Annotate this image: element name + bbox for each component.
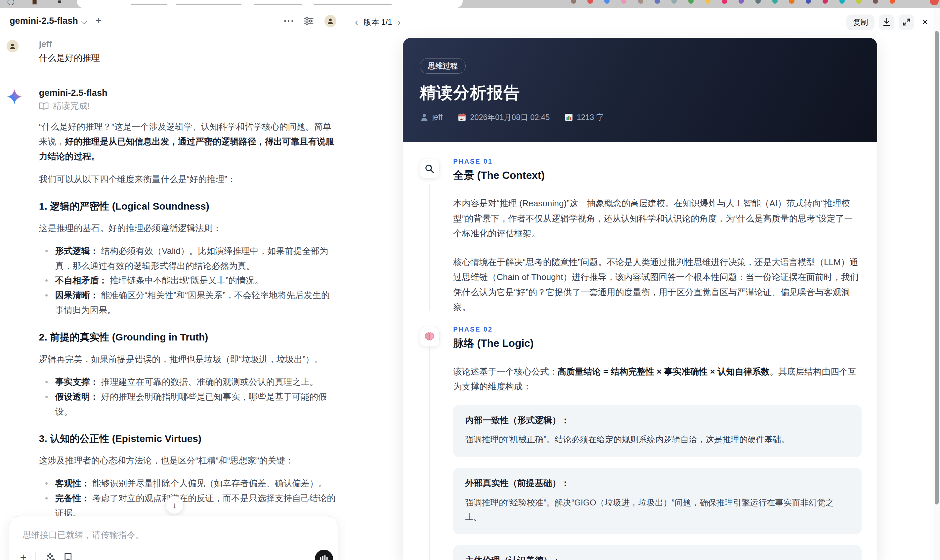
extension-icon xyxy=(705,0,710,4)
text-run: 1. 逻辑的严密性 (Logical Soundness) xyxy=(39,201,210,212)
text-run: 考虑了对立的观点和潜在的反证，而不是只选择支持自己结论的证据。 xyxy=(55,493,336,518)
scroll-to-bottom-button[interactable]: ↓ xyxy=(165,496,183,514)
bar-chart-icon xyxy=(565,114,573,121)
text-run: 本内容是对“推理 (Reasoning)”这一抽象概念的高层建模。在知识爆炸与人… xyxy=(453,198,853,238)
text-run: 我们可以从以下四个维度来衡量什么是“好的推理”： xyxy=(39,174,236,184)
phase-body: 该论述基于一个核心公式：高质量结论 = 结构完整性 × 事实准确性 × 认知自律… xyxy=(453,364,861,560)
report-badge: 思维过程 xyxy=(420,58,466,74)
text-run: 事实支撑： xyxy=(55,377,99,387)
close-button[interactable]: × xyxy=(918,15,932,29)
text-run: 高质量结论 = 结构完整性 × 事实准确性 × 认知自律系数 xyxy=(557,367,769,377)
bullet-item: 假设透明： 好的推理会明确指明哪些是已知事实，哪些是基于可能的假设。 xyxy=(39,389,336,419)
artifact-panel: ‹ 版本 1/1 › 复制 × xyxy=(345,8,940,560)
text-run: 核心情境在于解决“思考的随意性”问题。不论是人类通过批判性思维进行决策，还是大语… xyxy=(453,257,858,312)
calendar-icon: 17 xyxy=(458,113,466,122)
text-run: 推理链条中不能出现“既是又非”的情况。 xyxy=(107,275,263,285)
assistant-status: 精读完成! xyxy=(39,100,336,112)
dimension-card-body: 强调推理的“机械正确”。结论必须在给定的规则系统内逻辑自洽，这是推理的硬件基础。 xyxy=(465,432,850,447)
phase-label: PHASE 01 xyxy=(453,158,861,165)
extension-icon xyxy=(755,0,761,4)
text-run: 这是推理的基石。好的推理必须遵循逻辑法则： xyxy=(39,223,222,233)
extension-icon xyxy=(688,0,693,4)
address-bar[interactable] xyxy=(77,0,463,8)
user-avatar xyxy=(7,40,18,52)
chevron-down-icon[interactable] xyxy=(82,17,87,23)
text-run: 推理建立在可靠的数据、准确的观测或公认的真理之上。 xyxy=(99,377,318,387)
phase-paragraph: 本内容是对“推理 (Reasoning)”这一抽象概念的高层建模。在知识爆炸与人… xyxy=(453,196,861,241)
extension-icon xyxy=(890,0,895,4)
phase-label: PHASE 02 xyxy=(453,326,861,333)
person-icon xyxy=(421,113,428,122)
bullet-item: 因果清晰： 能准确区分“相关性”和“因果关系”，不会轻率地将先后发生的事情归为因… xyxy=(39,288,336,318)
section-heading: 1. 逻辑的严密性 (Logical Soundness) xyxy=(39,199,336,213)
voice-input-button[interactable] xyxy=(315,550,333,560)
ellipsis-icon[interactable] xyxy=(284,20,293,22)
text-run: 好的推理是从已知信息出发，通过严密的逻辑路径，得出可靠且有说服力结论的过程。 xyxy=(39,137,334,162)
arrow-down-icon: ↓ xyxy=(172,500,177,510)
dimension-card: 外部真实性（前提基础）：强调推理的“经验校准”。解决“GIGO（垃圾进，垃圾出）… xyxy=(453,468,861,534)
phase-paragraph: 核心情境在于解决“思考的随意性”问题。不论是人类通过批判性思维进行决策，还是大语… xyxy=(453,255,861,315)
text-run: 该论述基于一个核心公式： xyxy=(453,367,557,377)
app-window: ◯ ▣ ≡ gemini-2.5-flash xyxy=(0,0,940,560)
user-message: jeff 什么是好的推理 xyxy=(7,39,336,64)
phase-body: 本内容是对“推理 (Reasoning)”这一抽象概念的高层建模。在知识爆炸与人… xyxy=(453,196,861,315)
user-avatar[interactable] xyxy=(324,15,336,27)
bullet-item: 形式逻辑： 结构必须有效（Valid）。比如演绎推理中，如果前提全部为真，那么通… xyxy=(39,244,336,273)
chat-header: gemini-2.5-flash + xyxy=(0,8,345,33)
message-composer[interactable]: + xyxy=(9,516,338,560)
text-run: 不自相矛盾： xyxy=(55,275,108,285)
extension-icon xyxy=(789,0,794,4)
extension-icon xyxy=(587,0,593,4)
sparkle-icon[interactable] xyxy=(45,552,55,560)
text-run: 客观性： xyxy=(55,478,90,488)
copy-button[interactable]: 复制 xyxy=(846,15,875,30)
plus-icon[interactable]: + xyxy=(20,552,26,560)
bullet-item: 客观性： 能够识别并尽量排除个人偏见（如幸存者偏差、确认偏差）。 xyxy=(39,476,336,491)
scrollbar-thumb[interactable] xyxy=(935,31,939,505)
extension-icon xyxy=(672,0,677,4)
status-text: 精读完成! xyxy=(53,100,90,112)
phase-section-1: PHASE 01 全景 (The Context) 本内容是对“推理 (Reas… xyxy=(420,158,861,315)
phase-paragraph: 该论述基于一个核心公式：高质量结论 = 结构完整性 × 事实准确性 × 认知自律… xyxy=(453,364,861,394)
reload-icon[interactable]: ◯ xyxy=(7,0,15,5)
report-meta: jeff 17 2026年01月08日 02:45 1213 字 xyxy=(421,112,604,123)
extension-icon xyxy=(840,0,845,4)
gemini-star-icon xyxy=(7,89,39,105)
open-book-icon xyxy=(39,102,49,110)
text-run: 假设透明： xyxy=(55,392,99,402)
chat-paragraph: 逻辑再完美，如果前提是错误的，推理也是垃圾（即“垃圾进，垃圾出”）。 xyxy=(39,352,336,367)
expand-button[interactable] xyxy=(898,15,914,30)
extension-icon xyxy=(604,0,610,4)
brain-icon xyxy=(420,327,439,347)
grid-icon[interactable]: ▣ xyxy=(31,0,37,5)
author-meta: jeff xyxy=(421,113,442,122)
dimension-card: 内部一致性（形式逻辑）：强调推理的“机械正确”。结论必须在给定的规则系统内逻辑自… xyxy=(453,405,861,457)
menu-icon[interactable]: ≡ xyxy=(57,0,62,5)
composer-toolbar: + xyxy=(20,552,72,560)
extension-icon xyxy=(722,0,727,4)
model-name: gemini-2.5-flash xyxy=(39,88,336,98)
extension-icon xyxy=(823,0,828,4)
chat-paragraph: 这是推理的基石。好的推理必须遵循逻辑法则： xyxy=(39,221,336,236)
chat-paragraph: “什么是好的推理？”这是一个涉及逻辑学、认知科学和哲学核心的问题。简单来说，好的… xyxy=(39,119,336,164)
voice-wave-icon xyxy=(320,555,328,560)
extension-icon xyxy=(772,0,778,4)
chevron-right-icon[interactable]: › xyxy=(398,17,401,27)
text-run: 形式逻辑： xyxy=(55,246,99,256)
download-button[interactable] xyxy=(879,15,894,30)
report-card: 思维过程 精读分析报告 jeff 17 2026年01月08日 02:45 12… xyxy=(403,38,877,560)
new-chat-button[interactable]: + xyxy=(95,15,101,27)
sliders-icon[interactable] xyxy=(304,17,314,25)
assistant-message-body: “什么是好的推理？”这是一个涉及逻辑学、认知科学和哲学核心的问题。简单来说，好的… xyxy=(39,119,336,560)
model-selector[interactable]: gemini-2.5-flash xyxy=(9,15,78,26)
chevron-left-icon[interactable]: ‹ xyxy=(355,17,358,27)
section-heading: 2. 前提的真实性 (Grounding in Truth) xyxy=(39,330,336,344)
section-heading: 3. 认知的公正性 (Epistemic Virtues) xyxy=(39,432,336,446)
bookmark-icon[interactable] xyxy=(64,552,72,560)
report-body: PHASE 01 全景 (The Context) 本内容是对“推理 (Reas… xyxy=(403,142,877,560)
text-run: 完备性： xyxy=(55,493,90,503)
chat-input[interactable] xyxy=(21,529,296,541)
bullet-item: 事实支撑： 推理建立在可靠的数据、准确的观测或公认的真理之上。 xyxy=(39,375,336,389)
text-run: 3. 认知的公正性 (Epistemic Virtues) xyxy=(39,433,202,444)
dimension-card: 主体伦理（认识美德）：转向推理者的心理特征。引入奥卡姆剃刀和反向论证，旨在克服人… xyxy=(453,545,861,560)
